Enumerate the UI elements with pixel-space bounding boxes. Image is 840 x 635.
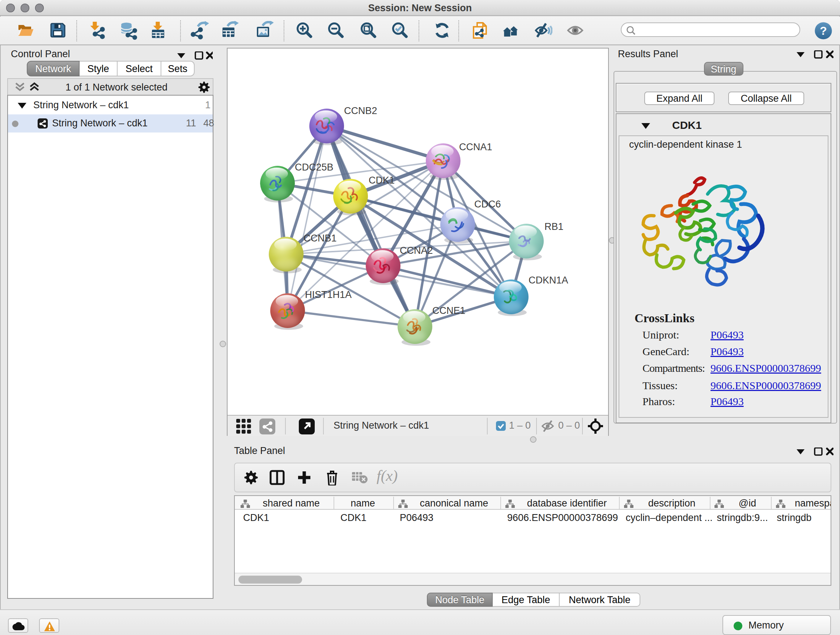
svg-text:CCNB1: CCNB1 — [303, 233, 337, 244]
svg-text:CCNA2: CCNA2 — [400, 245, 433, 256]
svg-text:CDKN1A: CDKN1A — [529, 275, 568, 286]
svg-text:CCNA1: CCNA1 — [459, 141, 493, 152]
svg-text:CDC25B: CDC25B — [295, 162, 333, 173]
svg-text:HIST1H1A: HIST1H1A — [305, 289, 352, 300]
svg-text:?: ? — [820, 24, 827, 37]
svg-text:CCNB2: CCNB2 — [344, 105, 377, 116]
svg-text:CDK1: CDK1 — [369, 175, 395, 186]
svg-text:CDC6: CDC6 — [474, 199, 501, 210]
svg-text:RB1: RB1 — [545, 221, 564, 232]
svg-text:CCNE1: CCNE1 — [432, 305, 466, 316]
